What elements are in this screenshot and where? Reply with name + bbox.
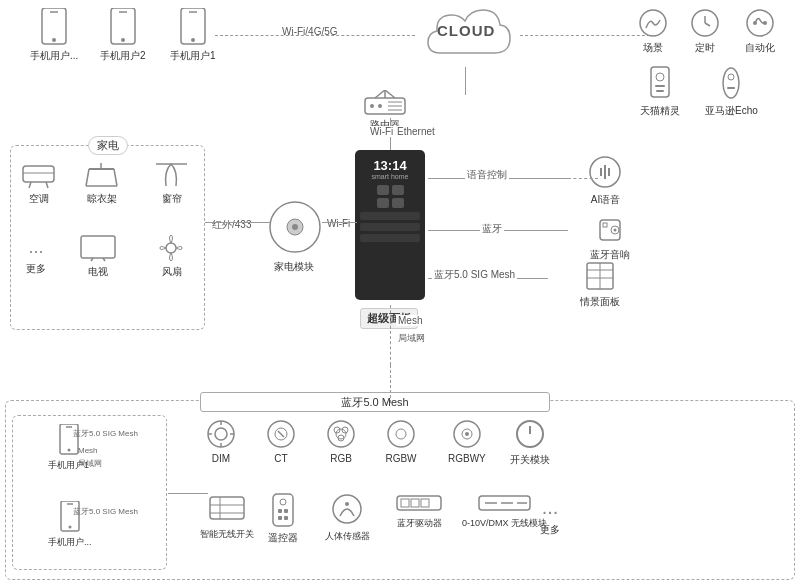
ethernet-label: Ethernet — [395, 126, 437, 137]
svg-rect-49 — [23, 166, 54, 182]
more-icon: ··· 更多 — [540, 500, 560, 537]
svg-point-15 — [763, 21, 767, 25]
svg-point-28 — [378, 104, 382, 108]
local-net-label: 局域网 — [396, 332, 427, 345]
rgb-icon: RGB — [325, 418, 357, 464]
svg-line-77 — [278, 431, 284, 437]
svg-rect-105 — [421, 499, 429, 507]
svg-line-55 — [86, 169, 89, 186]
dmx-icon: 0-10V/DMX 无线模块 — [462, 492, 547, 530]
svg-point-17 — [656, 73, 664, 81]
svg-line-25 — [385, 90, 395, 98]
scene-panel-icon: 情景面板 — [580, 260, 620, 309]
svg-point-81 — [342, 427, 348, 433]
svg-rect-22 — [727, 87, 735, 89]
clothes-rack-icon: 晾衣架 — [84, 161, 119, 206]
rgbw-icon: RGBW — [385, 418, 417, 464]
svg-point-80 — [334, 427, 340, 433]
bt-mesh-label-right: 蓝牙5.0 SIG Mesh — [432, 268, 517, 282]
svg-point-27 — [370, 104, 374, 108]
svg-rect-98 — [278, 516, 282, 520]
appliances-title: 家电 — [88, 136, 128, 155]
bt-mesh-top-label: 蓝牙5.0 Mesh — [200, 392, 550, 412]
svg-rect-103 — [401, 499, 409, 507]
svg-line-51 — [29, 182, 31, 188]
ir-module-icon — [268, 200, 323, 257]
mesh-left-box: 手机用户1 蓝牙5.0 SIG Mesh Mesh 局域网 手机用户... 蓝牙… — [12, 415, 167, 570]
svg-point-20 — [723, 68, 739, 98]
svg-point-65 — [67, 449, 70, 452]
svg-point-14 — [753, 21, 757, 25]
svg-line-56 — [114, 169, 117, 186]
ai-voice-connect-line — [568, 178, 598, 179]
tv-icon: 电视 — [79, 234, 117, 279]
mesh-lan-label: Mesh — [78, 446, 98, 455]
svg-rect-96 — [278, 509, 282, 513]
motion-sensor-icon: 人体传感器 — [325, 492, 370, 543]
svg-point-68 — [68, 526, 71, 529]
cloud-router-line — [465, 67, 466, 95]
bt-driver-icon: 蓝牙驱动器 — [395, 492, 443, 530]
svg-rect-19 — [656, 90, 664, 92]
svg-point-62 — [166, 243, 176, 253]
curtain-icon: 窗帘 — [154, 161, 189, 206]
sp-bottom-line — [390, 365, 391, 403]
timer-icon-box: 定时 — [690, 8, 720, 55]
svg-point-8 — [191, 38, 195, 42]
svg-point-34 — [292, 224, 298, 230]
svg-point-70 — [215, 428, 227, 440]
appliances-box: 家电 空调 晾衣架 窗帘 ··· 更多 电视 风扇 — [10, 145, 205, 330]
svg-rect-97 — [284, 509, 288, 513]
svg-rect-104 — [411, 499, 419, 507]
mesh-down-label: Mesh — [396, 315, 424, 326]
lan-label: 局域网 — [78, 458, 102, 469]
ir433-label: 红外/433 — [210, 218, 253, 232]
cloud-right-line — [520, 35, 650, 36]
fan-icon: 风扇 — [154, 234, 189, 279]
svg-rect-59 — [81, 236, 115, 258]
svg-rect-18 — [655, 85, 665, 87]
more-appliance-icon: ··· 更多 — [26, 241, 46, 276]
wifi-ir-sp-label: Wi-Fi — [325, 218, 352, 229]
dim-icon: DIM — [205, 418, 237, 464]
ha-ir-line — [205, 222, 270, 223]
ir-module-label: 家电模块 — [266, 260, 322, 274]
echo-icon-box: 亚马逊Echo — [705, 65, 758, 118]
svg-point-78 — [328, 421, 354, 447]
phone-user-3: 手机用户... — [30, 8, 78, 63]
svg-point-79 — [336, 429, 346, 439]
svg-point-2 — [52, 38, 56, 42]
ir-sp-line — [322, 222, 357, 223]
svg-point-83 — [388, 421, 414, 447]
rgbwy-icon: RGBWY — [448, 418, 486, 464]
bt-sig-mesh-label-2: 蓝牙5.0 SIG Mesh — [73, 506, 138, 517]
phone-user-1: 手机用户1 — [170, 8, 216, 63]
svg-point-87 — [465, 432, 469, 436]
tmall-icon-box: 天猫精灵 — [640, 65, 680, 118]
left-to-devices-line — [168, 493, 208, 494]
voice-control-label: 语音控制 — [465, 168, 509, 182]
phones-cloud-line — [215, 35, 415, 36]
svg-point-84 — [396, 429, 406, 439]
smart-switch-icon: 智能无线开关 — [200, 495, 254, 541]
svg-rect-99 — [284, 516, 288, 520]
ac-icon: 空调 — [21, 161, 56, 206]
scene-icon-box: 场景 — [638, 8, 668, 55]
ct-icon: CT — [265, 418, 297, 464]
svg-rect-16 — [651, 67, 669, 97]
svg-line-23 — [375, 90, 385, 98]
wifi-label: Wi-Fi — [368, 126, 395, 137]
ai-voice-icon: AI语音 — [588, 155, 623, 207]
svg-line-12 — [705, 23, 710, 26]
svg-point-101 — [345, 502, 349, 506]
svg-point-13 — [747, 10, 773, 36]
bt-sig-mesh-label-1: 蓝牙5.0 SIG Mesh — [73, 428, 138, 439]
svg-rect-42 — [603, 223, 607, 227]
svg-point-95 — [280, 499, 286, 505]
remote-icon: 遥控器 — [268, 492, 298, 545]
svg-point-21 — [728, 74, 734, 80]
bt-label: 蓝牙 — [480, 222, 504, 236]
switch-module-icon: 开关模块 — [510, 418, 550, 467]
svg-point-5 — [121, 38, 125, 42]
phone-user-2: 手机用户2 — [100, 8, 146, 63]
